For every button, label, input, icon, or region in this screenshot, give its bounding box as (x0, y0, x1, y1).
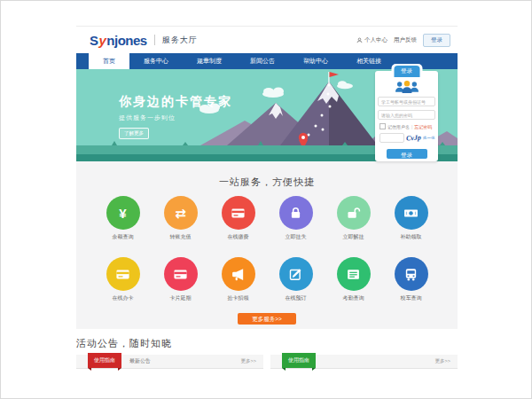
screenshot-canvas: Synjones 服务大厅 个人中心 用户反馈 登录 首页 服务中心 规章制度 … (0, 0, 532, 399)
service-item-online-booking[interactable]: 在线预订 (267, 257, 325, 302)
service-label[interactable]: 校车查询 (382, 294, 440, 302)
tab-latest-news[interactable]: 最新公告 (129, 357, 151, 365)
service-circle[interactable] (164, 257, 198, 291)
bus-icon (403, 267, 419, 282)
card-icon (231, 206, 246, 221)
synjones-logo[interactable]: Synjones (90, 33, 147, 48)
service-item-apply-card[interactable]: 在线办卡 (94, 257, 152, 302)
service-label[interactable]: 余额查询 (94, 233, 152, 241)
nav-item-links[interactable]: 相关链接 (342, 53, 395, 69)
more-link[interactable]: 更多>> (241, 358, 256, 364)
panel-header: 使用指南 更多>> (270, 355, 458, 369)
service-circle[interactable]: ⇄ (164, 196, 198, 230)
announcement-panel-right: 使用指南 更多>> (270, 355, 458, 369)
ribbon-tab-guide[interactable]: 使用指南 (282, 353, 316, 368)
service-item-school-bus[interactable]: 校车查询 (382, 257, 440, 302)
services-row-2: 在线办卡 卡片延期 拾卡招领 (76, 257, 458, 302)
service-label[interactable]: 在线缴费 (209, 233, 267, 241)
service-label[interactable]: 立即挂失 (267, 233, 325, 241)
announcement-panels: 使用指南 最新公告 更多>> 使用指南 更多>> (76, 355, 458, 369)
edit-icon (288, 267, 303, 282)
hero-title: 你身边的卡管专家 (119, 94, 232, 110)
service-label[interactable]: 在线办卡 (94, 294, 152, 302)
lock-icon (288, 206, 303, 221)
service-item-subsidy[interactable]: 补助领取 (382, 196, 440, 241)
service-item-cancel-loss[interactable]: 立即解挂 (325, 196, 382, 241)
nav-item-help-center[interactable]: 帮助中心 (289, 53, 342, 69)
service-label[interactable]: 卡片延期 (152, 294, 209, 302)
logo-divider (154, 35, 155, 45)
remember-label[interactable]: 记住用户名 (387, 124, 410, 129)
login-tab[interactable]: 登录 (394, 66, 419, 77)
nav-item-regulations[interactable]: 规章制度 (183, 53, 236, 69)
hero-cta-button[interactable]: 了解更多 (119, 128, 149, 139)
login-submit-button[interactable]: 登录 (387, 149, 427, 159)
header-right: 个人中心 用户反馈 登录 (356, 34, 450, 47)
service-item-found-cards[interactable]: 拾卡招领 (209, 257, 267, 302)
card-icon (115, 267, 130, 282)
person-icon (356, 37, 363, 43)
service-item-transfer[interactable]: ⇄ 转账充值 (152, 196, 209, 241)
header-login-button[interactable]: 登录 (423, 34, 450, 47)
banknote-icon (403, 206, 419, 221)
announcements-section: 活动公告，随时知晓 使用指南 最新公告 更多>> 使用指南 更多>> (76, 329, 458, 369)
captcha-image: CvJp (406, 133, 421, 144)
service-item-card-renewal[interactable]: 卡片延期 (152, 257, 209, 302)
personal-center-label: 个人中心 (364, 36, 387, 44)
ribbon-tab-guide[interactable]: 使用指南 (88, 353, 121, 368)
service-circle[interactable]: ¥ (106, 196, 140, 230)
hero-text-block: 你身边的卡管专家 提供服务一步到位 了解更多 (119, 94, 232, 139)
users-icon (394, 80, 420, 93)
transfer-icon: ⇄ (175, 207, 186, 220)
logo-text-post: njones (106, 33, 146, 48)
service-label[interactable]: 立即解挂 (325, 233, 382, 241)
page: Synjones 服务大厅 个人中心 用户反馈 登录 首页 服务中心 规章制度 … (76, 26, 458, 369)
service-circle[interactable] (106, 257, 140, 291)
services-row-1: ¥ 余额查询 ⇄ 转账充值 在线缴费 立即挂失 (76, 196, 458, 241)
service-label[interactable]: 考勤查询 (325, 294, 382, 302)
panel-header: 使用指南 最新公告 更多>> (76, 355, 263, 369)
service-item-report-loss[interactable]: 立即挂失 (267, 196, 325, 241)
password-input[interactable] (378, 110, 435, 120)
divider: | (411, 124, 412, 129)
service-circle[interactable] (395, 257, 428, 291)
more-services-button[interactable]: 更多服务>> (238, 313, 296, 325)
service-item-pay-online[interactable]: 在线缴费 (209, 196, 267, 241)
hero-banner: 你身边的卡管专家 提供服务一步到位 了解更多 登录 记住用户名 (76, 69, 458, 161)
service-label[interactable]: 补助领取 (382, 233, 440, 241)
logo-accent: y (99, 33, 106, 48)
more-link[interactable]: 更多>> (435, 358, 450, 364)
feedback-label: 用户反馈 (394, 36, 417, 44)
captcha-input[interactable] (379, 133, 404, 143)
service-item-attendance[interactable]: 考勤查询 (325, 257, 382, 302)
nav-item-home[interactable]: 首页 (89, 53, 129, 69)
announcements-title: 活动公告，随时知晓 (76, 337, 458, 350)
account-input[interactable] (378, 97, 435, 106)
megaphone-icon (231, 267, 246, 282)
nav-item-news[interactable]: 新闻公告 (236, 53, 289, 69)
nav-item-service-center[interactable]: 服务中心 (129, 53, 183, 69)
yen-icon: ¥ (119, 207, 126, 220)
service-circle[interactable] (279, 196, 313, 230)
login-tab-wrap: 登录 (391, 64, 422, 77)
service-label[interactable]: 在线预订 (267, 294, 325, 302)
card-icon (173, 267, 188, 282)
services-title: 一站服务，方便快捷 (76, 176, 458, 189)
captcha-refresh-link[interactable]: 换一张 (423, 136, 435, 140)
service-circle[interactable] (222, 257, 255, 291)
service-circle[interactable] (395, 196, 428, 230)
service-label[interactable]: 转账充值 (152, 233, 209, 241)
feedback-link[interactable]: 用户反馈 (394, 36, 417, 44)
service-item-balance[interactable]: ¥ 余额查询 (94, 196, 152, 241)
remember-checkbox[interactable] (379, 123, 386, 129)
service-circle[interactable] (279, 257, 313, 291)
service-label[interactable]: 拾卡招领 (209, 294, 267, 302)
service-circle[interactable] (222, 196, 255, 230)
site-header: Synjones 服务大厅 个人中心 用户反馈 登录 (76, 27, 458, 53)
service-circle[interactable] (337, 196, 371, 230)
services-section: 一站服务，方便快捷 ¥ 余额查询 ⇄ 转账充值 在线缴费 (76, 161, 458, 329)
service-circle[interactable] (337, 257, 371, 291)
list-icon (346, 267, 361, 282)
personal-center-link[interactable]: 个人中心 (356, 36, 387, 44)
forgot-password-link[interactable]: 忘记密码 (414, 124, 432, 129)
